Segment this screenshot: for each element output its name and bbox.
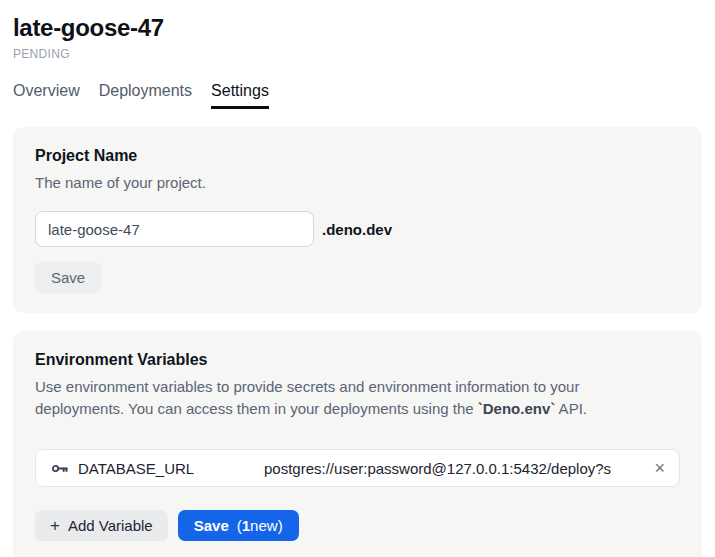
save-variables-button[interactable]: Save(1 new) [178,510,299,541]
project-settings-page: late-goose-47 PENDING Overview Deploymen… [0,0,715,557]
remove-variable-button[interactable]: × [652,459,667,477]
env-key-name: DATABASE_URL [78,460,194,477]
domain-suffix: .deno.dev [322,221,392,238]
env-vars-description-line1: Use environment variables to provide sec… [35,378,579,395]
project-name-card: Project Name The name of your project. .… [13,127,702,313]
save-label: Save [194,517,229,534]
deno-env-code: `Deno.env` [478,400,556,417]
plus-icon: + [50,516,60,536]
project-name-description: The name of your project. [35,172,680,194]
project-tabs: Overview Deployments Settings [13,82,702,109]
project-name-input[interactable] [35,211,314,247]
add-variable-label: Add Variable [68,517,153,534]
tab-deployments[interactable]: Deployments [99,82,192,109]
project-name-save-button[interactable]: Save [35,262,101,293]
env-vars-description: Use environment variables to provide sec… [35,376,680,420]
project-name-heading: Project Name [35,147,680,165]
env-value-field[interactable]: postgres://user:password@127.0.0.1:5432/… [264,460,646,477]
env-vars-card: Environment Variables Use environment va… [13,331,702,557]
tab-overview[interactable]: Overview [13,82,80,109]
add-variable-button[interactable]: +Add Variable [35,510,168,541]
key-icon [50,459,69,478]
env-vars-actions: +Add Variable Save(1 new) [35,510,680,541]
env-vars-description-line2-end: API. [555,400,587,417]
env-key-field[interactable]: DATABASE_URL [50,459,264,478]
status-badge: PENDING [13,47,702,61]
env-variable-row: DATABASE_URL postgres://user:password@12… [35,449,680,487]
save-new-count: 1 [242,517,250,534]
project-name-input-row: .deno.dev [35,211,680,247]
close-icon: × [654,458,665,478]
env-vars-heading: Environment Variables [35,351,680,369]
save-suffix: new) [250,517,283,534]
project-header: late-goose-47 PENDING Overview Deploymen… [13,14,702,109]
env-vars-description-line2: deployments. You can access them in your… [35,400,478,417]
tab-settings[interactable]: Settings [211,82,269,109]
page-title: late-goose-47 [13,14,702,42]
